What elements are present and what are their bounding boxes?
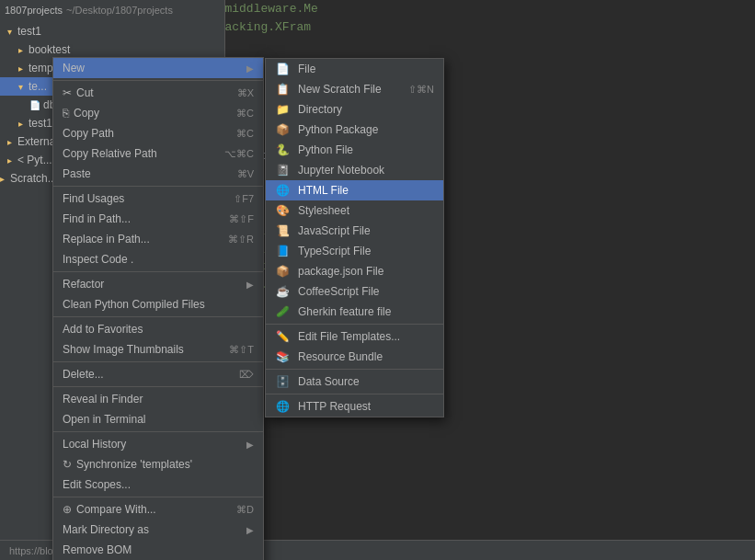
jupyter-icon: 📓 bbox=[275, 163, 290, 177]
menu-item-copy-rel-path[interactable]: Copy Relative Path ⌥⌘C bbox=[53, 143, 263, 164]
submenu-item-edit-templates[interactable]: ✏️ Edit File Templates... bbox=[266, 326, 443, 347]
submenu-item-data-source[interactable]: 🗄️ Data Source bbox=[266, 371, 443, 392]
menu-item-paste[interactable]: Paste ⌘V bbox=[53, 164, 263, 184]
file-icon: 📄 bbox=[29, 100, 40, 110]
tree-item-label: test1 bbox=[17, 25, 41, 38]
menu-item-local-history[interactable]: Local History ▶ bbox=[53, 434, 263, 454]
menu-item-mark-directory[interactable]: Mark Directory as ▶ bbox=[53, 520, 263, 540]
submenu-item-python-file[interactable]: 🐍 Python File bbox=[266, 140, 443, 160]
menu-item-show-thumbnails[interactable]: Show Image Thumbnails ⌘⇧T bbox=[53, 339, 263, 360]
tree-item-label: te... bbox=[29, 80, 47, 93]
menu-item-inspect-code[interactable]: Inspect Code . bbox=[53, 249, 263, 269]
submenu-item-http-request[interactable]: 🌐 HTTP Request bbox=[266, 396, 443, 417]
menu-separator-2 bbox=[53, 186, 263, 187]
menu-item-replace-in-path[interactable]: Replace in Path... ⌘⇧R bbox=[53, 229, 263, 249]
resource-bundle-label: Resource Bundle bbox=[298, 350, 383, 363]
menu-item-synchronize[interactable]: ↻ Synchronize 'templates' bbox=[53, 454, 263, 474]
submenu-data-source-label: 🗄️ Data Source bbox=[275, 374, 360, 389]
menu-separator-8 bbox=[53, 497, 263, 497]
menu-separator-3 bbox=[53, 271, 263, 272]
context-menu: New ▶ ✂ Cut ⌘X ⎘ Copy ⌘C Copy Path ⌘C Co… bbox=[52, 57, 264, 560]
scratch-label: New Scratch File bbox=[298, 83, 382, 96]
menu-item-show-thumbnails-label: Show Image Thumbnails bbox=[63, 343, 184, 356]
coffeescript-icon: ☕ bbox=[275, 284, 290, 299]
menu-item-copy[interactable]: ⎘ Copy ⌘C bbox=[53, 103, 263, 123]
submenu-item-directory[interactable]: 📁 Directory bbox=[266, 99, 443, 120]
menu-item-cut[interactable]: ✂ Cut ⌘X bbox=[53, 83, 263, 103]
new-label: New bbox=[63, 62, 85, 74]
data-source-icon: 🗄️ bbox=[275, 374, 290, 389]
package-json-icon: 📦 bbox=[275, 264, 290, 279]
find-in-path-label: Find in Path... bbox=[63, 212, 131, 225]
menu-item-find-usages[interactable]: Find Usages ⇧F7 bbox=[53, 189, 263, 209]
menu-item-find-in-path[interactable]: Find in Path... ⌘⇧F bbox=[53, 209, 263, 229]
submenu-item-gherkin[interactable]: 🥒 Gherkin feature file bbox=[266, 302, 443, 322]
submenu-item-jupyter[interactable]: 📓 Jupyter Notebook bbox=[266, 160, 443, 180]
submenu-item-file[interactable]: 📄 File bbox=[266, 59, 443, 79]
menu-item-edit-scopes[interactable]: Edit Scopes... bbox=[53, 474, 263, 495]
menu-item-replace-in-path-label: Replace in Path... bbox=[63, 233, 150, 246]
html-icon: 🌐 bbox=[275, 183, 290, 198]
menu-item-new[interactable]: New ▶ bbox=[53, 58, 263, 78]
replace-in-path-label: Replace in Path... bbox=[63, 233, 150, 246]
menu-item-reveal-finder[interactable]: Reveal in Finder bbox=[53, 389, 263, 409]
submenu-coffeescript-label: ☕ CoffeeScript File bbox=[275, 284, 379, 299]
menu-item-copy-path-label: Copy Path bbox=[63, 127, 114, 140]
refactor-label: Refactor bbox=[63, 278, 104, 291]
submenu-item-coffeescript[interactable]: ☕ CoffeeScript File bbox=[266, 281, 443, 302]
sync-icon: ↻ bbox=[63, 458, 72, 471]
folder-icon: ▸ bbox=[7, 155, 12, 166]
submenu-python-package-label: 📦 Python Package bbox=[275, 122, 378, 137]
menu-item-add-favorites[interactable]: Add to Favorites bbox=[53, 319, 263, 339]
submenu-item-html[interactable]: 🌐 HTML File bbox=[266, 180, 443, 200]
menu-separator-6 bbox=[53, 386, 263, 387]
file-label: File bbox=[298, 63, 315, 75]
menu-item-refactor[interactable]: Refactor ▶ bbox=[53, 274, 263, 294]
submenu-file-label: 📄 File bbox=[275, 62, 315, 76]
submenu-item-scratch[interactable]: 📋 New Scratch File ⇧⌘N bbox=[266, 79, 443, 99]
data-source-label: Data Source bbox=[298, 375, 360, 388]
folder-icon: ▸ bbox=[7, 137, 12, 147]
cut-icon: ✂ bbox=[63, 86, 72, 99]
folder-icon: ▸ bbox=[18, 63, 23, 74]
python-package-label: Python Package bbox=[298, 123, 378, 136]
cut-shortcut: ⌘X bbox=[237, 87, 254, 99]
submenu-item-stylesheet[interactable]: 🎨 Stylesheet bbox=[266, 200, 443, 221]
menu-item-delete[interactable]: Delete... ⌦ bbox=[53, 364, 263, 384]
menu-item-synchronize-label: ↻ Synchronize 'templates' bbox=[63, 458, 192, 471]
submenu-item-typescript[interactable]: 📘 TypeScript File bbox=[266, 241, 443, 261]
find-usages-shortcut: ⇧F7 bbox=[234, 193, 254, 205]
submenu-item-resource-bundle[interactable]: 📚 Resource Bundle bbox=[266, 347, 443, 367]
copy-rel-shortcut: ⌥⌘C bbox=[224, 148, 254, 160]
copy-icon: ⎘ bbox=[63, 107, 69, 120]
folder-open-icon: ▾ bbox=[7, 27, 12, 37]
folder-open-icon: ▾ bbox=[18, 82, 23, 92]
project-path-detail: ~/Desktop/1807projects bbox=[66, 5, 173, 16]
menu-item-copy-rel-path-label: Copy Relative Path bbox=[63, 147, 157, 160]
submenu-resource-bundle-label: 📚 Resource Bundle bbox=[275, 349, 383, 364]
show-thumbnails-label: Show Image Thumbnails bbox=[63, 343, 184, 356]
menu-item-clean-python[interactable]: Clean Python Compiled Files bbox=[53, 294, 263, 314]
menu-item-compare-with[interactable]: ⊕ Compare With... ⌘D bbox=[53, 499, 263, 520]
delete-label: Delete... bbox=[63, 368, 104, 381]
new-submenu-separator-2 bbox=[266, 369, 443, 370]
mark-directory-arrow-icon: ▶ bbox=[246, 525, 254, 535]
copy-shortcut: ⌘C bbox=[236, 108, 254, 120]
menu-item-copy-path[interactable]: Copy Path ⌘C bbox=[53, 123, 263, 143]
new-submenu-separator-1 bbox=[266, 324, 443, 325]
scratch-icon: 📋 bbox=[275, 82, 290, 97]
menu-item-open-terminal[interactable]: Open in Terminal bbox=[53, 409, 263, 429]
copy-path-label: Copy Path bbox=[63, 127, 114, 140]
http-request-icon: 🌐 bbox=[275, 399, 290, 414]
menu-item-remove-bom[interactable]: Remove BOM bbox=[53, 540, 263, 560]
submenu-item-python-package[interactable]: 📦 Python Package bbox=[266, 120, 443, 140]
menu-item-paste-label: Paste bbox=[63, 167, 91, 180]
submenu-item-javascript[interactable]: 📜 JavaScript File bbox=[266, 221, 443, 241]
refactor-arrow-icon: ▶ bbox=[246, 280, 254, 290]
tree-item-test1[interactable]: ▾ test1 bbox=[0, 22, 224, 40]
add-favorites-label: Add to Favorites bbox=[63, 323, 143, 336]
folder-icon: ▸ bbox=[0, 174, 5, 184]
javascript-label: JavaScript File bbox=[298, 224, 371, 237]
tree-item-booktest[interactable]: ▸ booktest bbox=[0, 40, 224, 59]
submenu-item-package-json[interactable]: 📦 package.json File bbox=[266, 261, 443, 281]
